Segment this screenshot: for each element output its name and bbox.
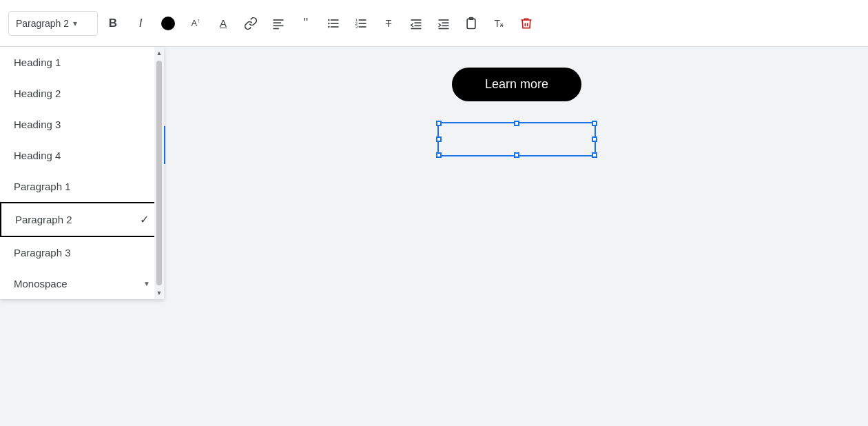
dropdown-item-heading2[interactable]: Heading 2 (0, 78, 164, 109)
text-size-button[interactable]: A↑ (183, 11, 208, 36)
text-underline-color-button[interactable]: A (211, 11, 236, 36)
dropdown-current-value: Paragraph 2 (16, 18, 69, 29)
dropdown-item-label: Paragraph 1 (14, 181, 71, 192)
dropdown-item-heading3[interactable]: Heading 3 (0, 109, 164, 140)
color-circle-icon (161, 17, 175, 30)
resize-handle-top-middle[interactable] (514, 121, 519, 126)
svg-point-8 (328, 26, 330, 28)
underline-color-icon: A (220, 17, 227, 29)
italic-button[interactable]: I (128, 11, 153, 36)
svg-point-4 (328, 19, 330, 21)
strikethrough-icon: T (386, 18, 392, 29)
dropdown-item-monospace[interactable]: Monospace ▼ (0, 268, 164, 299)
strikethrough-button[interactable]: T (376, 11, 401, 36)
toolbar: Paragraph 2 ▾ B I A↑ A " (0, 0, 868, 47)
svg-rect-25 (467, 19, 475, 28)
svg-rect-21 (442, 22, 449, 23)
svg-rect-16 (411, 19, 422, 21)
bullet-list-button[interactable] (321, 11, 346, 36)
text-color-button[interactable] (156, 11, 180, 36)
resize-handle-top-right[interactable] (592, 121, 597, 126)
dropdown-item-label: Heading 1 (14, 57, 61, 68)
trash-icon (519, 17, 533, 30)
align-button[interactable] (266, 11, 291, 36)
resize-handle-bottom-left[interactable] (436, 152, 442, 158)
learn-more-label: Learn more (485, 77, 548, 91)
svg-rect-13 (359, 23, 366, 24)
paragraph-style-dropdown[interactable]: Paragraph 2 ▾ (8, 11, 98, 36)
bold-button[interactable]: B (101, 11, 125, 36)
selected-checkmark-icon: ✓ (140, 213, 149, 226)
italic-icon: I (139, 17, 143, 30)
clipboard-icon (464, 17, 478, 30)
svg-rect-22 (442, 25, 449, 26)
svg-point-6 (328, 22, 330, 24)
dropdown-item-paragraph2[interactable]: Paragraph 2 ✓ (0, 202, 164, 237)
svg-rect-3 (273, 28, 279, 29)
scroll-up-arrow[interactable]: ▲ (156, 47, 163, 59)
dropdown-item-label: Monospace (14, 278, 68, 290)
svg-rect-11 (359, 19, 366, 21)
dropdown-item-heading1[interactable]: Heading 1 (0, 47, 164, 78)
svg-rect-18 (415, 25, 422, 26)
dropdown-item-paragraph3[interactable]: Paragraph 3 (0, 237, 164, 268)
indent-increase-icon (437, 17, 451, 30)
dropdown-item-label: Paragraph 2 (15, 214, 72, 225)
link-button[interactable] (238, 11, 263, 36)
svg-rect-23 (439, 28, 449, 29)
dropdown-item-label: Paragraph 3 (14, 247, 71, 258)
canvas-content: Learn more (437, 61, 596, 156)
indent-decrease-button[interactable] (404, 11, 428, 36)
svg-text:3.: 3. (355, 24, 359, 28)
quote-button[interactable]: " (293, 11, 318, 36)
dropdown-scrollbar[interactable]: ▲ ▼ (154, 47, 164, 299)
svg-rect-15 (359, 26, 366, 28)
dropdown-scroll-down-icon: ▼ (143, 280, 150, 287)
selection-border (437, 122, 596, 156)
resize-handle-middle-right[interactable] (592, 136, 597, 142)
dropdown-item-paragraph1[interactable]: Paragraph 1 (0, 171, 164, 202)
svg-rect-19 (411, 28, 422, 29)
indent-decrease-icon (409, 17, 423, 30)
text-size-icon: A↑ (191, 17, 200, 28)
svg-rect-20 (439, 19, 449, 21)
resize-handle-middle-left[interactable] (436, 136, 442, 142)
scroll-thumb (156, 61, 162, 285)
ordered-list-button[interactable]: 1. 2. 3. (349, 11, 373, 36)
scroll-down-arrow[interactable]: ▼ (156, 287, 163, 299)
svg-rect-2 (273, 25, 284, 26)
dropdown-item-label: Heading 4 (14, 150, 61, 161)
svg-rect-7 (331, 23, 339, 24)
clipboard-button[interactable] (459, 11, 484, 36)
dropdown-item-label: Heading 3 (14, 119, 61, 130)
quote-icon: " (304, 16, 308, 30)
paragraph-style-menu: Heading 1 Heading 2 Heading 3 Heading 4 … (0, 47, 164, 299)
text-selection-box (437, 122, 596, 156)
resize-handle-bottom-right[interactable] (592, 152, 597, 158)
svg-rect-1 (273, 22, 282, 23)
dropdown-item-heading4[interactable]: Heading 4 (0, 140, 164, 171)
delete-button[interactable] (514, 11, 539, 36)
resize-handle-top-left[interactable] (436, 121, 442, 126)
svg-rect-0 (273, 19, 284, 21)
learn-more-button[interactable]: Learn more (452, 68, 581, 101)
ordered-list-icon: 1. 2. 3. (354, 17, 368, 30)
svg-rect-9 (331, 26, 339, 28)
bullet-list-icon (327, 17, 340, 30)
bold-icon: B (109, 17, 117, 30)
svg-rect-17 (415, 22, 422, 23)
align-icon (271, 17, 285, 30)
resize-handle-bottom-middle[interactable] (514, 152, 519, 158)
dropdown-chevron-icon: ▾ (73, 19, 77, 28)
svg-rect-5 (331, 19, 339, 21)
dropdown-item-label: Heading 2 (14, 88, 61, 99)
canvas-area: Learn more (165, 47, 868, 426)
clear-format-icon: Tx (494, 18, 503, 29)
link-icon (244, 17, 258, 30)
indent-increase-button[interactable] (431, 11, 456, 36)
clear-format-button[interactable]: Tx (486, 11, 511, 36)
